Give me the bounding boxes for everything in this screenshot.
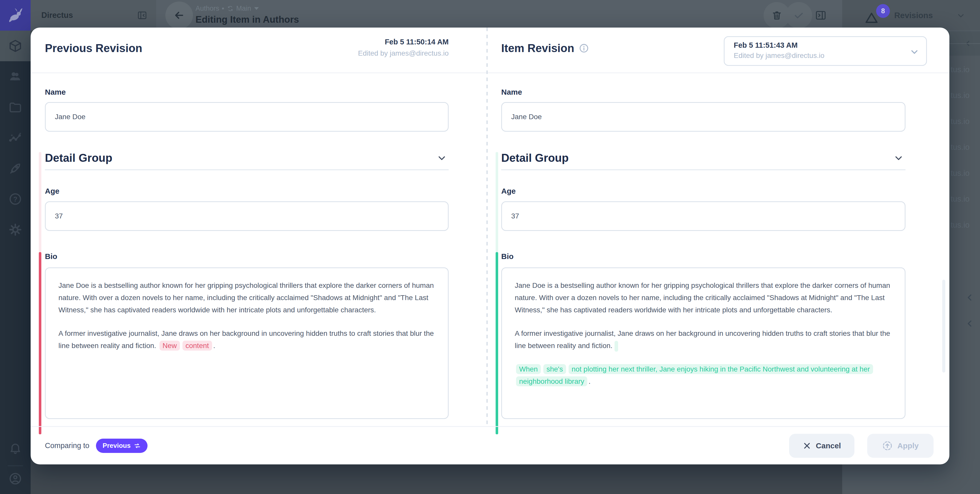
previous-revision-title: Previous Revision <box>45 42 142 55</box>
selected-revision-timestamp: Feb 5 11:51:43 AM <box>734 41 926 49</box>
save-item-button[interactable] <box>786 2 812 29</box>
rocket-icon <box>8 162 22 175</box>
collapse-sidebar-button[interactable] <box>815 9 827 21</box>
name-field-label: Name <box>501 88 905 97</box>
module-list: ? <box>0 31 30 245</box>
detail-group-header-revision[interactable]: Detail Group <box>501 151 905 165</box>
sentence-period: . <box>589 377 590 385</box>
breadcrumb-collection-link[interactable]: Authors <box>196 5 219 13</box>
modal-footer: Comparing to Previous Cancel <box>30 427 950 464</box>
revision-list-item[interactable]: tus.io <box>951 143 969 152</box>
bell-icon <box>9 442 22 455</box>
version-selector[interactable]: Main <box>236 5 251 13</box>
compare-target-button[interactable]: Previous <box>96 438 148 453</box>
detail-group-title: Detail Group <box>501 152 569 164</box>
revision-list-item[interactable]: tus.io <box>951 91 969 100</box>
module-marketplace[interactable] <box>0 153 30 184</box>
detail-group-title: Detail Group <box>45 152 112 164</box>
chevron-down-icon <box>909 47 920 57</box>
revision-list-item[interactable]: tus.io <box>951 221 969 230</box>
detail-group-header-previous[interactable]: Detail Group <box>45 151 449 165</box>
screen: ? <box>0 0 980 494</box>
collapse-nav-button[interactable] <box>137 10 148 21</box>
chevron-down-icon <box>893 152 904 163</box>
bio-field-label: Bio <box>45 252 449 261</box>
user-menu-button[interactable] <box>0 463 30 494</box>
gear-icon <box>8 223 22 237</box>
previous-revision-timestamp: Feb 5 11:50:14 AM <box>358 38 449 46</box>
name-field-revision: Jane Doe <box>501 102 905 132</box>
user-avatar-icon <box>8 472 22 486</box>
trash-icon <box>771 10 783 21</box>
revisions-accordion-header[interactable]: 8 Revisions <box>842 0 980 31</box>
revision-select-dropdown[interactable]: Feb 5 11:51:43 AM Edited by james@direct… <box>724 36 927 66</box>
swap-icon <box>134 442 141 450</box>
check-icon <box>793 10 805 21</box>
added-space-chip <box>614 341 618 352</box>
revisions-count-badge: 8 <box>876 4 890 18</box>
chevron-left-icon[interactable] <box>965 318 975 329</box>
cancel-button[interactable]: Cancel <box>789 434 854 458</box>
chevron-down-icon <box>436 152 447 163</box>
chevron-left-icon[interactable] <box>965 292 975 303</box>
box-icon <box>8 39 22 53</box>
name-field-previous: Jane Doe <box>45 102 449 132</box>
version-icon <box>227 5 234 12</box>
apply-button[interactable]: Apply <box>867 434 934 458</box>
bio-paragraph-with-diff: A former investigative journalist, Jane … <box>59 327 435 352</box>
detail-group-divider <box>45 170 449 170</box>
page-header: Authors • Main Editing Item in Authors <box>156 0 842 31</box>
nav-sidebar-header: Directus <box>30 0 156 31</box>
cancel-label: Cancel <box>816 442 841 450</box>
insights-icon <box>8 131 22 145</box>
revision-list-item[interactable]: tus.io <box>951 194 969 203</box>
module-settings[interactable] <box>0 214 30 245</box>
breadcrumb-separator: • <box>222 5 224 13</box>
notifications-button[interactable] <box>0 433 30 463</box>
breadcrumb: Authors • Main Editing Item in Authors <box>196 4 299 25</box>
column-dashed-divider <box>487 27 488 426</box>
previous-revision-edited-by: Edited by james@directus.io <box>358 49 449 57</box>
revision-list-item[interactable]: tus.io <box>951 65 969 74</box>
revision-compare-modal: Previous Revision Feb 5 11:50:14 AM Edit… <box>30 27 950 464</box>
upload-dashed-circle-icon <box>882 440 893 451</box>
previous-revision-meta: Feb 5 11:50:14 AM Edited by james@direct… <box>358 38 449 57</box>
close-icon <box>803 442 811 450</box>
panel-right-icon <box>815 9 827 21</box>
modal-scrollbar[interactable] <box>942 280 945 373</box>
removed-word-chip: New <box>159 341 180 351</box>
users-icon <box>8 70 22 83</box>
item-revision-title: Item Revision <box>501 42 574 55</box>
dimmed-page-background <box>30 464 842 494</box>
compare-target-label: Previous <box>103 442 130 450</box>
module-content[interactable] <box>0 31 30 61</box>
removed-word-chip: content <box>183 341 212 351</box>
back-button[interactable] <box>165 2 193 29</box>
bio-change-bar-revision <box>496 252 498 434</box>
age-field-label: Age <box>501 187 905 195</box>
info-icon <box>579 43 589 53</box>
module-bar: ? <box>0 0 30 494</box>
added-phrase-chip: not plotting her next thriller, Jane enj… <box>516 364 873 386</box>
svg-text:?: ? <box>13 195 18 203</box>
added-word-chip: she's <box>543 364 566 374</box>
module-insights[interactable] <box>0 122 30 153</box>
chevron-down-icon <box>956 11 966 20</box>
sentence-period: . <box>213 342 215 349</box>
revisions-label: Revisions <box>894 11 933 20</box>
age-field-previous: 37 <box>45 201 449 231</box>
module-users[interactable] <box>0 61 30 92</box>
revision-list-item[interactable]: tus.io <box>951 169 969 178</box>
version-caret-icon <box>254 7 259 10</box>
revision-list-item[interactable]: tus.io <box>951 117 969 126</box>
item-revision-heading: Item Revision <box>501 42 589 55</box>
directus-logo[interactable] <box>0 0 30 31</box>
group-change-bar-revision <box>496 152 498 252</box>
bio-field-revision: Jane Doe is a bestselling author known f… <box>501 267 905 419</box>
bio-change-bar-previous <box>39 252 41 434</box>
module-help[interactable]: ? <box>0 184 30 214</box>
module-files[interactable] <box>0 92 30 122</box>
name-field-label: Name <box>45 88 449 97</box>
bio-field-label: Bio <box>501 252 905 261</box>
bio-paragraph-with-diff: A former investigative journalist, Jane … <box>515 327 892 352</box>
